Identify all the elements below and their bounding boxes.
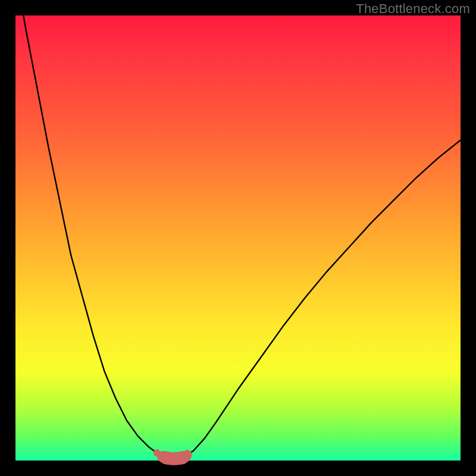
chart-frame: TheBottleneck.com bbox=[0, 0, 476, 476]
curve-markers bbox=[154, 449, 192, 465]
curve-marker-dot bbox=[183, 450, 192, 459]
chart-plot-area bbox=[15, 15, 461, 461]
bottleneck-curve bbox=[15, 0, 461, 459]
watermark-text: TheBottleneck.com bbox=[356, 1, 470, 17]
chart-svg bbox=[15, 15, 461, 461]
